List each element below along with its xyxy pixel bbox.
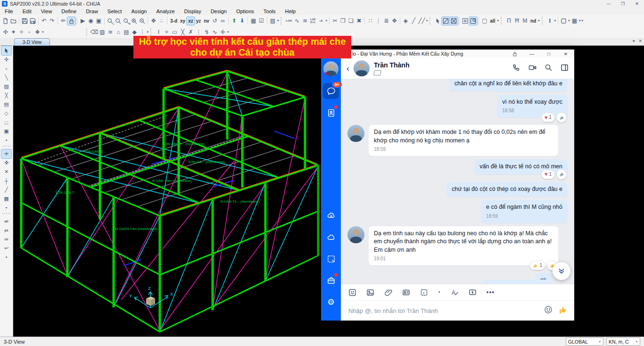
menu-design[interactable]: Design <box>206 8 231 14</box>
redo-icon[interactable]: ↷ <box>48 17 56 25</box>
conversation-info-icon[interactable] <box>561 64 569 74</box>
tab-3d-view[interactable]: 3-D View <box>14 38 50 46</box>
snap-joints-icon[interactable]: ✛ <box>1 149 11 158</box>
video-call-icon[interactable] <box>528 64 537 74</box>
divide-frames-icon[interactable]: ╱ <box>410 17 418 25</box>
tabstrip-close-icon[interactable]: ✕ <box>638 39 642 43</box>
perspective-icon[interactable]: ∞ <box>219 17 227 25</box>
insertion-point-icon[interactable]: ✢ <box>219 28 227 36</box>
name-card-icon[interactable] <box>402 288 410 297</box>
scroll-to-bottom-button[interactable] <box>553 262 570 280</box>
draw-poly-area-icon[interactable]: ◇ <box>1 109 11 118</box>
snap-more-dropdown-icon[interactable]: ▾ <box>1 203 11 212</box>
dropdown-arrow-icon[interactable]: ▾ <box>554 19 557 23</box>
menu-analyze[interactable]: Analyze <box>151 8 179 14</box>
view-xz-button[interactable]: xz <box>187 17 195 25</box>
snap-grid-icon[interactable]: ▦ <box>1 194 11 203</box>
menu-help[interactable]: Help <box>281 8 301 14</box>
snap-perpendicular-icon[interactable]: ┼ <box>1 176 11 185</box>
lock-model-icon[interactable] <box>67 17 75 25</box>
contact-avatar[interactable] <box>347 125 364 142</box>
minimize-button[interactable]: — <box>602 0 616 8</box>
sidebar-toolkit-item[interactable] <box>323 272 339 288</box>
load-combos-icon[interactable]: +E <box>317 17 325 25</box>
bridge-template-icon[interactable]: Ħ <box>513 17 521 25</box>
menu-draw[interactable]: Draw <box>81 8 103 14</box>
quick-draw-frame-icon[interactable]: ▨ <box>1 82 11 91</box>
replicate-icon[interactable]: ⋮ <box>374 17 382 25</box>
sidebar-cloud-item[interactable] <box>323 229 339 245</box>
frame-section-icon[interactable]: I <box>546 17 554 25</box>
new-model-icon[interactable] <box>1 17 9 25</box>
contact-name[interactable]: Trần Thành <box>374 62 409 69</box>
menu-assign[interactable]: Assign <box>126 8 151 14</box>
units-select[interactable]: KN, m, C▾ <box>606 338 640 346</box>
message-bubble[interactable]: vì nó ko thể xoay được 18:58 ♥1 <box>497 95 568 118</box>
show-grid-icon[interactable]: ▧ <box>99 28 107 36</box>
heart-reaction-pill[interactable]: ♥1 <box>541 170 555 179</box>
view-xy-button[interactable]: xy <box>179 17 187 25</box>
previous-zoom-icon[interactable]: « <box>122 17 130 25</box>
clear-selection-icon[interactable]: clr <box>1 235 11 244</box>
show-more-icon[interactable]: ⋮ <box>139 28 147 36</box>
run-analysis-icon[interactable]: ▶ <box>79 17 87 25</box>
zalo-close-button[interactable]: ✕ <box>557 49 574 58</box>
snap-lines-icon[interactable]: ╱ <box>1 185 11 194</box>
draw-special-joint-icon[interactable]: ▫ <box>1 64 11 73</box>
display-options-icon[interactable]: ☑ <box>257 17 265 25</box>
deselect-icon[interactable]: ▢ <box>480 17 488 25</box>
frame-release-icon[interactable]: ▭ <box>171 28 179 36</box>
menu-define[interactable]: Define <box>57 8 81 14</box>
restore-previous-selection-icon[interactable]: ↩ <box>1 244 11 253</box>
paste-icon[interactable]: ❏ <box>347 17 355 25</box>
contact-avatar[interactable] <box>354 60 370 76</box>
object-shrink-icon[interactable]: ▨ <box>269 17 277 25</box>
frame-assign-icon[interactable]: ✦ <box>9 28 17 36</box>
message-list[interactable]: chân cột a nghĩ ko để liên kết khớp đâu … <box>341 79 574 284</box>
load-cases-icon[interactable]: LSED+L <box>309 17 317 25</box>
message-bubble[interactable]: Dạ em tính sau này cấu tạo bulong neo ch… <box>369 226 558 266</box>
move-down-list-icon[interactable]: ⬇ <box>238 17 246 25</box>
move-up-list-icon[interactable]: ⬆ <box>230 17 238 25</box>
menu-options[interactable]: Options <box>231 8 259 14</box>
message-bubble[interactable]: e có để ngàm thì M cũng nhỏ 18:59 <box>481 200 568 223</box>
sticker-icon[interactable] <box>348 288 356 297</box>
cut-icon[interactable]: ✂ <box>331 17 339 25</box>
sidebar-contacts-item[interactable] <box>323 105 339 121</box>
menu-view[interactable]: View <box>36 8 57 14</box>
sidebar-settings-item[interactable]: ⚙ <box>323 294 339 310</box>
sidebar-messages-item[interactable]: 5+ <box>323 83 339 99</box>
view-3d-button[interactable]: 3-d <box>169 17 179 25</box>
menu-edit[interactable]: Edit <box>18 8 36 14</box>
eraser-icon[interactable]: ⌫ <box>91 28 99 36</box>
attachment-icon[interactable] <box>384 288 392 297</box>
frame-template-icon[interactable]: Π <box>505 17 513 25</box>
sidebar-capture-item[interactable] <box>323 251 339 267</box>
link-assign-icon[interactable]: ▫ <box>25 28 33 36</box>
dropdown-arrow-icon[interactable]: ▾ <box>325 19 328 23</box>
zalo-lock-icon[interactable] <box>506 49 523 58</box>
select-window-icon[interactable] <box>450 17 458 25</box>
quick-draw-braces-icon[interactable]: ╳ <box>1 91 11 100</box>
like-button[interactable] <box>556 169 567 180</box>
zalo-minimize-button[interactable]: — <box>523 49 540 58</box>
restore-full-view-icon[interactable] <box>114 17 122 25</box>
reshape-object-icon[interactable]: ✣ <box>1 55 11 64</box>
dropdown-arrow-icon[interactable]: ▾ <box>41 30 44 34</box>
like-button[interactable] <box>556 112 567 123</box>
zalo-maximize-button[interactable]: □ <box>540 49 557 58</box>
dropdown-arrow-icon[interactable]: ▾ <box>497 19 500 23</box>
dropdown-arrow-icon[interactable]: ▾ <box>581 19 584 23</box>
walkthrough-icon[interactable]: ∴ <box>157 17 165 25</box>
message-bubble[interactable]: vấn đề là thực tế nó có mô men ♥1 <box>474 159 568 174</box>
selection-more-dropdown-icon[interactable]: ▾ <box>1 253 11 262</box>
thumb-reaction-pill[interactable]: 1 <box>529 261 545 270</box>
voice-call-icon[interactable] <box>512 64 520 74</box>
contact-avatar[interactable] <box>347 226 364 243</box>
edit-lines-icon[interactable]: ≣ <box>382 17 390 25</box>
search-icon[interactable] <box>545 64 553 74</box>
send-like-button[interactable] <box>558 305 568 316</box>
dropdown-arrow-icon[interactable]: ▾ <box>147 30 149 34</box>
user-avatar[interactable] <box>323 61 339 76</box>
show-shells-icon[interactable]: ▤ <box>123 28 131 36</box>
